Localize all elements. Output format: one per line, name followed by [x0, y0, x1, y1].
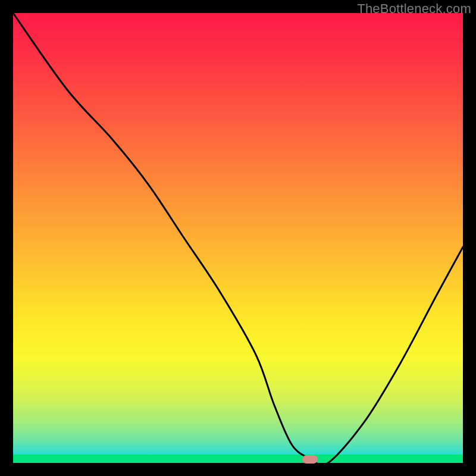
watermark-text: TheBottleneck.com [357, 1, 471, 17]
optimal-marker [302, 455, 318, 464]
curve-svg [13, 13, 463, 463]
plot-area [13, 13, 463, 463]
chart-frame: TheBottleneck.com [0, 0, 476, 476]
bottleneck-curve [13, 13, 463, 463]
baseline-band [13, 455, 463, 463]
